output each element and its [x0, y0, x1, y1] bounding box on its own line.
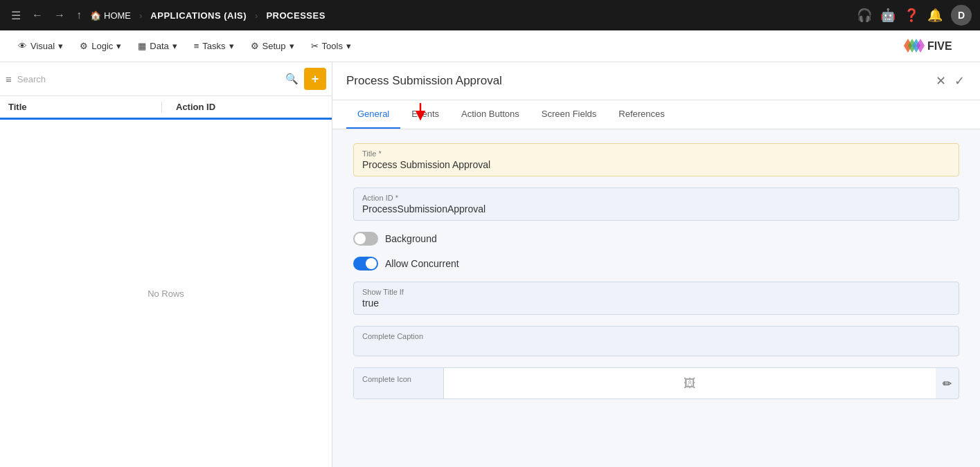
background-row: Background [353, 232, 959, 246]
right-panel: Process Submission Approval ✕ ✓ General … [332, 62, 980, 467]
title-field: Title * Process Submission Approval [353, 143, 959, 176]
home-label: HOME [104, 10, 131, 21]
table-header: Title Action ID [0, 96, 332, 120]
filter-icon: ≡ [6, 73, 12, 85]
add-button[interactable]: + [304, 68, 326, 90]
form-area: Title * Process Submission Approval Acti… [332, 129, 980, 467]
avatar[interactable]: D [951, 5, 972, 26]
tools-arrow: ▾ [346, 41, 351, 51]
panel-actions: ✕ ✓ [934, 72, 966, 90]
setup-label: Setup [262, 41, 286, 51]
tools-label: Tools [322, 41, 343, 51]
check-icon: ✓ [954, 74, 965, 88]
background-toggle-container: Background [353, 232, 437, 246]
logic-label: Logic [91, 41, 113, 51]
background-label: Background [385, 233, 437, 244]
forward-icon[interactable]: → [51, 6, 68, 24]
logic-arrow: ▾ [116, 41, 121, 51]
complete-icon-label: Complete Icon [362, 375, 411, 383]
tab-general[interactable]: General [346, 100, 400, 129]
panel-header: Process Submission Approval ✕ ✓ [332, 62, 980, 100]
up-icon[interactable]: ↑ [73, 6, 84, 24]
nav-tasks[interactable]: ≡ Tasks ▾ [187, 37, 241, 55]
nav-visual[interactable]: 👁 Visual ▾ [11, 37, 70, 55]
bell-icon[interactable]: 🔔 [927, 8, 943, 23]
svg-marker-3 [916, 39, 925, 53]
svg-text:FIVE: FIVE [927, 40, 952, 52]
headset-icon[interactable]: 🎧 [857, 8, 872, 23]
table-empty-message: No Rows [0, 120, 332, 467]
search-icon[interactable]: 🔍 [285, 73, 299, 85]
nav-setup[interactable]: ⚙ Setup ▾ [244, 37, 301, 55]
show-title-if-label: Show Title If [362, 288, 950, 296]
main-layout: ≡ 🔍 + Title Action ID No Rows Process Su… [0, 62, 980, 467]
nav-logic[interactable]: ⚙ Logic ▾ [73, 37, 128, 55]
allow-concurrent-row: Allow Concurrent [353, 257, 959, 271]
col-action-id-header: Action ID [168, 102, 323, 112]
top-nav-right: 🎧 🤖 ❓ 🔔 D [857, 5, 972, 26]
complete-icon-preview[interactable]: 🖼 [444, 368, 936, 399]
col-divider [161, 102, 162, 112]
applications-breadcrumb[interactable]: APPLICATIONS (AIS) [150, 10, 247, 21]
tab-references[interactable]: References [607, 100, 675, 129]
tabs-bar: General Events Action Buttons Scr [332, 100, 980, 129]
help-icon[interactable]: ❓ [904, 8, 919, 23]
close-icon: ✕ [936, 74, 946, 88]
complete-caption-field: Complete Caption [353, 326, 959, 356]
data-icon: ▦ [138, 41, 146, 51]
action-id-value[interactable]: ProcessSubmissionApproval [362, 203, 950, 214]
logo: FIVE [891, 30, 969, 62]
title-label: Title * [362, 149, 950, 158]
allow-concurrent-toggle-container: Allow Concurrent [353, 257, 459, 271]
nav-data[interactable]: ▦ Data ▾ [131, 37, 184, 55]
top-nav: ☰ ← → ↑ 🏠 HOME › APPLICATIONS (AIS) › PR… [0, 0, 980, 30]
complete-caption-label: Complete Caption [362, 332, 950, 340]
back-icon[interactable]: ← [29, 6, 46, 24]
data-label: Data [150, 41, 168, 51]
bot-icon[interactable]: 🤖 [880, 8, 896, 23]
add-icon: + [312, 72, 319, 86]
setup-icon: ⚙ [251, 41, 259, 51]
action-id-label: Action ID * [362, 194, 950, 202]
search-bar: ≡ 🔍 + [0, 62, 332, 96]
action-id-field: Action ID * ProcessSubmissionApproval [353, 187, 959, 221]
show-title-if-field: Show Title If true [353, 282, 959, 315]
confirm-button[interactable]: ✓ [953, 72, 966, 90]
second-nav: 👁 Visual ▾ ⚙ Logic ▾ ▦ Data ▾ ≡ Tasks ▾ … [0, 30, 980, 62]
col-title-header: Title [8, 102, 156, 112]
search-input[interactable] [17, 74, 280, 84]
home-icon: 🏠 [90, 10, 101, 21]
image-placeholder-icon: 🖼 [684, 376, 696, 391]
pencil-icon: ✏ [943, 377, 952, 390]
tasks-label: Tasks [202, 41, 225, 51]
logic-icon: ⚙ [80, 41, 88, 51]
background-toggle[interactable] [353, 232, 378, 246]
tools-icon: ✂ [311, 41, 319, 51]
home-nav[interactable]: 🏠 HOME [90, 10, 131, 21]
tasks-arrow: ▾ [229, 41, 234, 51]
icon-field-container: Complete Icon 🖼 ✏ [353, 367, 959, 399]
tab-action-buttons[interactable]: Action Buttons [450, 100, 531, 129]
sep1: › [139, 10, 142, 21]
nav-tools[interactable]: ✂ Tools ▾ [304, 37, 358, 55]
show-title-if-value[interactable]: true [362, 297, 950, 309]
menu-icon[interactable]: ☰ [8, 6, 24, 25]
title-value[interactable]: Process Submission Approval [362, 159, 950, 170]
data-arrow: ▾ [172, 41, 177, 51]
sep2: › [255, 10, 258, 21]
panel-title: Process Submission Approval [346, 74, 502, 88]
processes-breadcrumb[interactable]: PROCESSES [266, 10, 325, 21]
close-button[interactable]: ✕ [934, 72, 947, 90]
setup-arrow: ▾ [289, 41, 294, 51]
complete-icon-field: Complete Icon 🖼 ✏ [353, 367, 959, 399]
tasks-icon: ≡ [194, 41, 199, 51]
visual-icon: 👁 [18, 41, 27, 51]
left-panel: ≡ 🔍 + Title Action ID No Rows [0, 62, 332, 467]
tab-screen-fields[interactable]: Screen Fields [531, 100, 607, 129]
allow-concurrent-toggle[interactable] [353, 257, 378, 271]
complete-icon-edit-button[interactable]: ✏ [936, 368, 959, 399]
visual-arrow: ▾ [58, 41, 63, 51]
tab-events[interactable]: Events [400, 100, 450, 129]
visual-label: Visual [30, 41, 55, 51]
allow-concurrent-label: Allow Concurrent [385, 258, 459, 269]
